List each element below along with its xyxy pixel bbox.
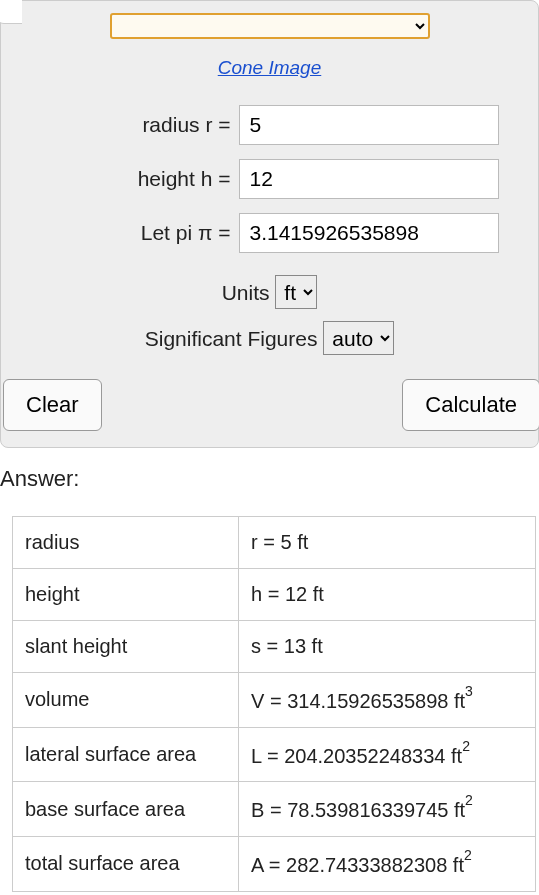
- result-name: slant height: [13, 621, 239, 673]
- table-row: base surface areaB = 78.539816339745 ft2: [13, 782, 536, 837]
- result-value: A = 282.74333882308 ft2: [239, 836, 536, 891]
- result-value: B = 78.539816339745 ft2: [239, 782, 536, 837]
- result-name: lateral surface area: [13, 727, 239, 782]
- cone-image-link[interactable]: Cone Image: [5, 57, 534, 79]
- table-row: heighth = 12 ft: [13, 569, 536, 621]
- units-select[interactable]: ft: [275, 275, 317, 309]
- result-name: volume: [13, 673, 239, 728]
- height-label: height h =: [41, 167, 231, 191]
- units-row: Units ft: [5, 275, 534, 309]
- sigfig-select[interactable]: auto: [323, 321, 394, 355]
- result-value: h = 12 ft: [239, 569, 536, 621]
- sigfig-row: Significant Figures auto: [5, 321, 534, 355]
- button-row: Clear Calculate: [5, 379, 534, 431]
- table-row: volumeV = 314.15926535898 ft3: [13, 673, 536, 728]
- tab-stub: [0, 0, 22, 24]
- table-row: lateral surface areaL = 204.20352248334 …: [13, 727, 536, 782]
- result-value: L = 204.20352248334 ft2: [239, 727, 536, 782]
- result-name: height: [13, 569, 239, 621]
- results-table: radiusr = 5 ftheighth = 12 ftslant heigh…: [12, 516, 536, 892]
- radius-input[interactable]: [239, 105, 499, 145]
- calculate-button[interactable]: Calculate: [402, 379, 539, 431]
- table-row: total surface areaA = 282.74333882308 ft…: [13, 836, 536, 891]
- input-row-radius: radius r =: [5, 105, 534, 145]
- mode-select[interactable]: [110, 13, 430, 39]
- result-name: total surface area: [13, 836, 239, 891]
- pi-label: Let pi π =: [41, 221, 231, 245]
- pi-input[interactable]: [239, 213, 499, 253]
- input-row-height: height h =: [5, 159, 534, 199]
- result-name: base surface area: [13, 782, 239, 837]
- clear-button[interactable]: Clear: [3, 379, 102, 431]
- result-value: s = 13 ft: [239, 621, 536, 673]
- answer-heading: Answer:: [0, 466, 539, 492]
- height-input[interactable]: [239, 159, 499, 199]
- result-name: radius: [13, 517, 239, 569]
- table-row: slant heights = 13 ft: [13, 621, 536, 673]
- calculator-panel: Cone Image radius r = height h = Let pi …: [0, 0, 539, 448]
- result-value: r = 5 ft: [239, 517, 536, 569]
- sigfig-label: Significant Figures: [145, 327, 318, 350]
- units-label: Units: [222, 281, 270, 304]
- result-value: V = 314.15926535898 ft3: [239, 673, 536, 728]
- table-row: radiusr = 5 ft: [13, 517, 536, 569]
- input-row-pi: Let pi π =: [5, 213, 534, 253]
- radius-label: radius r =: [41, 113, 231, 137]
